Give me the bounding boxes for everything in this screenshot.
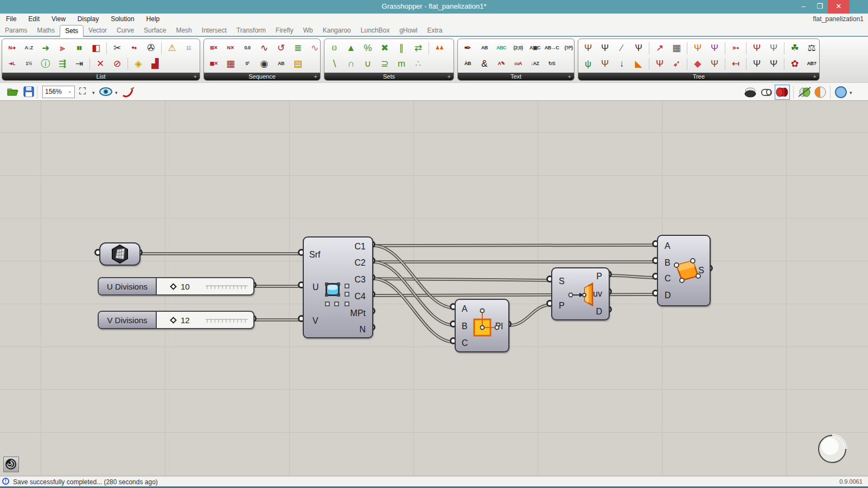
toolbar-icon[interactable]: Ψ bbox=[691, 42, 704, 55]
toolbar-icon[interactable]: ∴ bbox=[412, 57, 425, 70]
toolbar-icon[interactable]: ➜ bbox=[39, 42, 52, 55]
toolbar-icon[interactable]: ⚖ bbox=[805, 42, 818, 55]
u-divisions-slider[interactable]: U Divisions 10 bbox=[98, 277, 254, 296]
definition-canvas[interactable]: U Divisions 10 V Divisions 12 Srf U V C1… bbox=[0, 101, 868, 476]
toolbar-icon[interactable]: ∥ bbox=[395, 42, 408, 55]
toolbar-icon[interactable]: AB bbox=[478, 42, 491, 55]
toolbar-icon[interactable]: ⊘ bbox=[111, 57, 124, 70]
toolbar-icon[interactable]: ∿ bbox=[308, 42, 321, 55]
divide-surface-component[interactable]: Srf U V C1 C2 C3 C4 MPt N bbox=[303, 236, 373, 338]
toolbar-icon[interactable]: Ψ bbox=[750, 42, 763, 55]
toolbar-icon[interactable]: & bbox=[478, 57, 491, 70]
slider-track[interactable]: 10 bbox=[157, 278, 253, 294]
minimize-button[interactable]: – bbox=[795, 0, 812, 14]
toolbar-icon[interactable]: AB? bbox=[805, 57, 818, 70]
display-mode-icon[interactable] bbox=[834, 86, 847, 99]
toolbar-icon[interactable]: ♥♠ bbox=[127, 42, 141, 55]
tab-mesh[interactable]: Mesh bbox=[171, 25, 196, 36]
sketch-pen-icon[interactable] bbox=[122, 86, 136, 99]
tab-curve[interactable]: Curve bbox=[112, 25, 139, 36]
toolbar-icon[interactable]: Ψ bbox=[598, 57, 611, 70]
chevron-down-icon[interactable]: ▾ bbox=[850, 90, 852, 95]
toolbar-icon[interactable]: ÀB bbox=[461, 57, 474, 70]
tab-transform[interactable]: Transform bbox=[232, 25, 271, 36]
tab-lunchbox[interactable]: LunchBox bbox=[356, 25, 394, 36]
open-file-icon[interactable] bbox=[7, 86, 18, 98]
toolbar-icon[interactable]: ψ bbox=[582, 57, 595, 70]
toolbar-icon[interactable]: Ѱ bbox=[632, 42, 645, 55]
toolbar-icon[interactable]: ▲ bbox=[344, 42, 358, 55]
preview-shaded-selected[interactable] bbox=[775, 85, 790, 100]
tab-sets[interactable]: Sets bbox=[60, 25, 84, 37]
toolbar-icon[interactable]: ↺ bbox=[275, 42, 288, 55]
toolbar-icon[interactable]: ⚠ bbox=[165, 42, 178, 55]
toolbar-icon[interactable]: ∕ bbox=[615, 42, 628, 55]
toolbar-icon[interactable]: Ψ bbox=[767, 57, 780, 70]
toolbar-icon[interactable]: ↓AZ bbox=[528, 57, 541, 70]
toolbar-icon[interactable]: ✇ bbox=[144, 42, 157, 55]
toolbar-icon[interactable]: ◆ bbox=[691, 57, 704, 70]
toolbar-icon[interactable]: Ψ bbox=[708, 57, 721, 70]
slider-grip[interactable] bbox=[170, 283, 177, 290]
tab-surface[interactable]: Surface bbox=[139, 25, 171, 36]
menu-display[interactable]: Display bbox=[72, 14, 105, 24]
toolbar-icon[interactable]: ◈ bbox=[132, 57, 145, 70]
toolbar-icon[interactable]: ↻S bbox=[545, 57, 558, 70]
menu-help[interactable]: Help bbox=[141, 14, 166, 24]
zoom-dropdown[interactable]: 156%⌄ bbox=[42, 86, 75, 98]
chevron-down-icon[interactable]: ▾ bbox=[115, 90, 118, 95]
toolbar-icon[interactable]: ✕ bbox=[94, 57, 107, 70]
toolbar-icon[interactable]: ▦ bbox=[199, 42, 200, 55]
tab-firefly[interactable]: Firefly bbox=[271, 25, 298, 36]
toolbar-icon[interactable]: ↗ bbox=[653, 42, 666, 55]
toolbar-icon[interactable]: A✎ bbox=[495, 57, 508, 70]
maximize-button[interactable]: ❐ bbox=[812, 0, 828, 14]
menu-file[interactable]: File bbox=[0, 14, 22, 24]
toolbar-icon[interactable]: ABC bbox=[495, 42, 508, 55]
tab-intersect[interactable]: Intersect bbox=[197, 25, 232, 36]
toolbar-icon[interactable]: A↓Z bbox=[22, 42, 35, 55]
toolbar-icon[interactable]: Ψ bbox=[708, 42, 721, 55]
toolbar-icon[interactable]: ▭A bbox=[512, 57, 525, 70]
toolbar-icon[interactable]: ✿ bbox=[788, 57, 801, 70]
v-divisions-slider[interactable]: V Divisions 12 bbox=[98, 311, 254, 329]
toolbar-icon[interactable]: ▩✕ bbox=[207, 57, 220, 70]
toolbar-icon[interactable]: N➜ bbox=[5, 42, 18, 55]
slider-grip[interactable] bbox=[170, 317, 177, 324]
plane-3pt-component[interactable]: A B C Pl bbox=[455, 299, 509, 352]
preview-eye-icon[interactable] bbox=[99, 86, 113, 98]
grasshopper-spiral-button[interactable] bbox=[3, 457, 19, 472]
toolbar-icon[interactable]: m bbox=[395, 57, 408, 70]
tab-params[interactable]: Params bbox=[0, 25, 32, 36]
slider-track[interactable]: 12 bbox=[157, 312, 253, 328]
menu-solution[interactable]: Solution bbox=[105, 14, 140, 24]
toolbar-icon[interactable]: ⓘ bbox=[39, 57, 52, 70]
toolbar-icon[interactable]: ⇥ bbox=[73, 57, 86, 70]
toolbar-icon[interactable]: A▣C bbox=[528, 42, 541, 55]
surface-4pt-component[interactable]: A B C D S bbox=[657, 235, 711, 306]
toolbar-icon[interactable]: ∿ bbox=[258, 42, 271, 55]
toolbar-icon[interactable]: ▟ bbox=[149, 57, 162, 70]
toolbar-icon[interactable]: ♟♟ bbox=[433, 42, 446, 55]
toolbar-icon[interactable]: Ψ bbox=[582, 42, 595, 55]
toolbar-icon[interactable]: AB→C bbox=[545, 42, 558, 55]
preview-off-icon[interactable] bbox=[743, 86, 757, 99]
toolbar-icon[interactable]: ▤ bbox=[291, 57, 304, 70]
toolbar-icon[interactable]: % bbox=[361, 42, 374, 55]
toolbar-icon[interactable]: ▦ bbox=[224, 57, 237, 70]
toolbar-icon[interactable]: ▮▮ bbox=[73, 42, 86, 55]
toolbar-icon[interactable]: ∪ bbox=[361, 57, 374, 70]
toolbar-icon[interactable]: ▦ bbox=[670, 42, 683, 55]
preview-document-icon[interactable] bbox=[814, 86, 827, 99]
toolbar-icon[interactable]: Ψ bbox=[750, 57, 763, 70]
tab-ghowl[interactable]: gHowl bbox=[394, 25, 422, 36]
toolbar-icon[interactable]: Ψ bbox=[653, 57, 666, 70]
toolbar-icon[interactable]: Ψ bbox=[767, 42, 780, 55]
tab-vector[interactable]: Vector bbox=[84, 25, 112, 36]
save-file-icon[interactable] bbox=[23, 86, 35, 98]
toolbar-icon[interactable]: ➳ bbox=[729, 42, 742, 55]
toolbar-icon[interactable]: 1½ bbox=[22, 57, 35, 70]
toolbar-icon[interactable]: ☘ bbox=[788, 42, 801, 55]
toolbar-icon[interactable]: ➜L bbox=[5, 57, 18, 70]
toolbar-icon[interactable]: ✒ bbox=[461, 42, 474, 55]
